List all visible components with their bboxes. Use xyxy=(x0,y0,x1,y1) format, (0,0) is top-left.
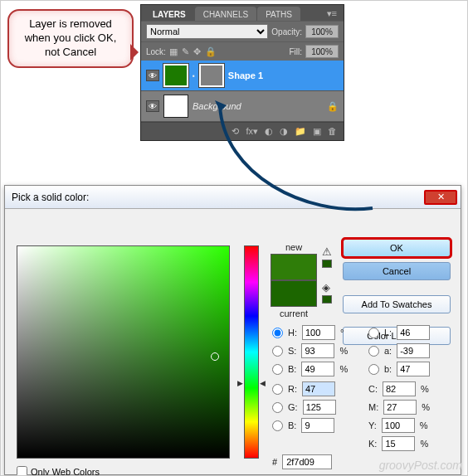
lock-icons: ▦ ✎ ✥ 🔒 xyxy=(169,46,217,57)
tab-paths[interactable]: PATHS xyxy=(257,7,300,21)
current-color-swatch[interactable] xyxy=(271,280,317,307)
visibility-icon[interactable]: 👁 xyxy=(146,100,159,112)
g-input[interactable] xyxy=(303,400,336,415)
lock-brush-icon[interactable]: ✎ xyxy=(182,46,189,57)
color-cursor[interactable] xyxy=(211,352,219,361)
lab-b-radio[interactable] xyxy=(368,364,379,375)
panel-menu-icon[interactable]: ▾≡ xyxy=(324,7,340,21)
trash-icon[interactable]: 🗑 xyxy=(328,126,337,137)
l-radio[interactable] xyxy=(368,328,379,338)
new-color-swatch[interactable] xyxy=(271,254,317,280)
hue-slider[interactable] xyxy=(244,245,259,459)
warning-icon[interactable]: ⚠ xyxy=(322,245,332,268)
ok-button[interactable]: OK xyxy=(343,239,451,257)
sat-radio[interactable] xyxy=(272,346,283,357)
layer-name[interactable]: Background xyxy=(193,101,241,111)
gamut-warnings: ⚠ ◈ xyxy=(322,245,332,304)
fx-icon[interactable]: fx▾ xyxy=(246,126,258,137)
new-label: new xyxy=(271,242,317,252)
tab-channels[interactable]: CHANNELS xyxy=(195,7,256,21)
panel-tabs: LAYERS CHANNELS PATHS ▾≡ xyxy=(141,5,344,21)
hue-input[interactable] xyxy=(302,325,335,340)
sat-input[interactable] xyxy=(301,343,334,358)
a-radio[interactable] xyxy=(368,346,379,357)
cancel-button[interactable]: Cancel xyxy=(343,262,451,280)
watermark: groovyPost.com xyxy=(379,459,462,472)
fill-label: Fill: xyxy=(289,47,302,56)
r-input[interactable] xyxy=(302,381,335,396)
blend-row: Normal Opacity: 100% xyxy=(141,21,344,41)
layer-thumb[interactable] xyxy=(163,95,188,118)
layer-name[interactable]: Shape 1 xyxy=(228,70,263,80)
lock-icon: 🔒 xyxy=(327,101,339,112)
swatch-preview: new current xyxy=(271,242,317,318)
layer-background[interactable]: 👁 Background 🔒 xyxy=(141,91,344,122)
layer-color-thumb[interactable] xyxy=(163,64,188,87)
lab-b-input[interactable] xyxy=(397,362,430,376)
blend-mode-select[interactable]: Normal xyxy=(146,24,268,39)
dialog-title: Pick a solid color: xyxy=(12,192,424,203)
folder-icon[interactable]: 📁 xyxy=(295,126,306,137)
cube-icon[interactable]: ◈ xyxy=(322,281,332,304)
layers-list: 👁 ▪ Shape 1 👁 Background 🔒 xyxy=(141,61,344,122)
opacity-value[interactable]: 100% xyxy=(305,25,339,38)
annotation-callout: Layer is removed when you click OK, not … xyxy=(7,9,134,68)
layer-mask-thumb[interactable] xyxy=(199,64,224,87)
a-input[interactable] xyxy=(397,343,430,358)
fill-value[interactable]: 100% xyxy=(305,45,339,58)
close-button[interactable]: ✕ xyxy=(424,190,457,205)
add-swatches-button[interactable]: Add To Swatches xyxy=(343,295,451,313)
panel-footer: ⟲ fx▾ ◐ ◑ 📁 ▣ 🗑 xyxy=(141,122,344,140)
link-layers-icon[interactable]: ⟲ xyxy=(232,126,239,137)
only-web-colors[interactable]: Only Web Colors xyxy=(17,466,100,476)
adjustment-icon[interactable]: ◑ xyxy=(280,126,288,137)
bri-input[interactable] xyxy=(301,362,334,376)
l-input[interactable] xyxy=(397,325,430,340)
hue-radio[interactable] xyxy=(272,328,283,338)
visibility-icon[interactable]: 👁 xyxy=(146,70,159,81)
hex-input[interactable] xyxy=(282,454,332,469)
lock-row: Lock: ▦ ✎ ✥ 🔒 Fill: 100% xyxy=(141,41,344,61)
k-input[interactable] xyxy=(382,436,415,451)
hex-prefix: # xyxy=(272,457,277,467)
only-web-checkbox[interactable] xyxy=(17,466,27,476)
color-picker-dialog: Pick a solid color: ✕ ▶◀ new current ⚠ ◈… xyxy=(4,185,461,475)
m-input[interactable] xyxy=(383,400,417,415)
new-layer-icon[interactable]: ▣ xyxy=(313,126,321,137)
dialog-titlebar[interactable]: Pick a solid color: ✕ xyxy=(5,186,461,209)
layer-shape1[interactable]: 👁 ▪ Shape 1 xyxy=(141,61,344,91)
callout-text: Layer is removed when you click OK, not … xyxy=(25,17,117,58)
bri-radio[interactable] xyxy=(272,364,283,375)
lock-label: Lock: xyxy=(146,47,166,56)
hex-row: # xyxy=(272,454,332,469)
lock-all-icon[interactable]: 🔒 xyxy=(205,46,217,57)
c-input[interactable] xyxy=(383,381,416,396)
g-radio[interactable] xyxy=(272,402,283,413)
current-label: current xyxy=(271,308,317,318)
hue-slider-handles[interactable]: ▶◀ xyxy=(237,379,266,387)
lock-position-icon[interactable]: ✥ xyxy=(193,46,201,57)
b-input[interactable] xyxy=(301,418,334,433)
saturation-brightness-field[interactable] xyxy=(17,245,230,459)
lock-transparency-icon[interactable]: ▦ xyxy=(169,46,178,57)
opacity-label: Opacity: xyxy=(271,27,302,36)
r-radio[interactable] xyxy=(272,384,283,395)
mask-icon[interactable]: ◐ xyxy=(265,126,273,137)
layers-panel: LAYERS CHANNELS PATHS ▾≡ Normal Opacity:… xyxy=(140,4,344,141)
link-icon: ▪ xyxy=(193,72,195,80)
y-input[interactable] xyxy=(382,418,415,433)
b-radio[interactable] xyxy=(272,420,283,431)
tab-layers[interactable]: LAYERS xyxy=(144,7,194,21)
